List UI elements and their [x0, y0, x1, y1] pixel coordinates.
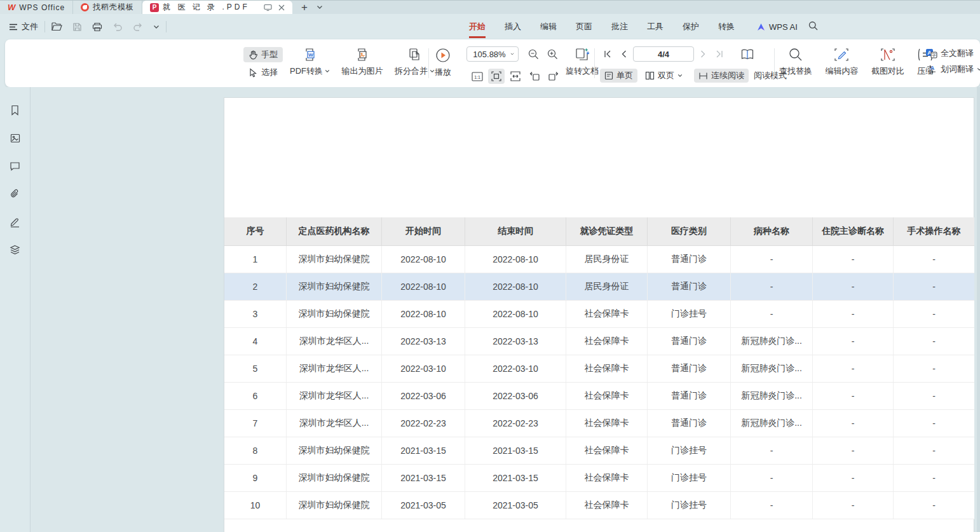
- menu-tab-protect[interactable]: 保护: [683, 21, 699, 32]
- menu-tab-page[interactable]: 页面: [576, 21, 592, 32]
- pdf-page: 序号定点医药机构名称开始时间结束时间就诊凭证类型医疗类别病种名称住院主诊断名称手…: [224, 97, 974, 532]
- full-translate-label: 全文翻译: [941, 48, 974, 59]
- table-cell: 2021-03-15: [382, 437, 465, 464]
- table-cell: -: [894, 383, 974, 409]
- table-cell: 普通门诊: [648, 410, 731, 437]
- table-row: 2深圳市妇幼保健院2022-08-102022-08-10居民身份证普通门诊--…: [224, 273, 974, 301]
- zoom-level-input[interactable]: [471, 50, 508, 59]
- first-page-icon[interactable]: [600, 46, 615, 62]
- left-sidebar: [0, 87, 31, 532]
- single-page-button[interactable]: 单页: [600, 69, 637, 83]
- print-icon[interactable]: [92, 22, 102, 32]
- tab-docer-templates[interactable]: 找稻壳模板: [73, 1, 142, 14]
- export-image-button[interactable]: 输出为图片: [341, 39, 383, 77]
- layers-icon[interactable]: [9, 243, 22, 256]
- table-cell: 2022-08-10: [465, 301, 566, 327]
- zoom-in-icon[interactable]: [544, 46, 561, 62]
- rotate-right-button[interactable]: [545, 69, 562, 84]
- table-cell: 社会保障卡: [566, 383, 648, 409]
- menu-tab-edit[interactable]: 编辑: [540, 21, 557, 32]
- menu-tab-home[interactable]: 开始: [469, 21, 486, 32]
- page-indicator-input[interactable]: [638, 50, 689, 59]
- table-cell: -: [731, 273, 813, 300]
- table-header-cell: 手术操作名称: [894, 217, 974, 245]
- last-page-icon[interactable]: [712, 46, 727, 62]
- play-button[interactable]: 播放: [435, 39, 451, 78]
- table-row: 5深圳市龙华区人...2022-03-102022-03-10社会保障卡普通门诊…: [224, 355, 974, 383]
- table-cell: 深圳市妇幼保健院: [287, 246, 382, 273]
- fit-page-button[interactable]: [488, 69, 505, 84]
- rotate-left-button[interactable]: [526, 69, 543, 84]
- fit-width-button[interactable]: [507, 69, 524, 84]
- continuous-read-button[interactable]: 连续阅读: [694, 69, 749, 83]
- table-cell: -: [813, 246, 894, 273]
- read-mode-book-icon[interactable]: [740, 46, 755, 62]
- double-page-label: 双页: [658, 70, 674, 81]
- open-file-icon[interactable]: [51, 22, 62, 31]
- menu-tab-insert[interactable]: 插入: [505, 21, 521, 32]
- table-cell: -: [813, 301, 894, 327]
- full-translate-button[interactable]: A字 全文翻译: [925, 48, 980, 59]
- next-page-icon[interactable]: [695, 46, 711, 62]
- comment-icon[interactable]: [9, 160, 22, 172]
- tab-wps-office[interactable]: W WPS Office: [0, 1, 73, 14]
- qat-chevron-icon[interactable]: [153, 25, 160, 29]
- save-icon[interactable]: [72, 22, 82, 32]
- table-cell: -: [813, 355, 894, 382]
- menu-tab-tools[interactable]: 工具: [647, 21, 664, 32]
- edit-content-button[interactable]: 编辑内容: [825, 39, 858, 77]
- table-cell: 7: [224, 410, 287, 437]
- page-indicator-box[interactable]: [633, 46, 694, 62]
- table-cell: -: [894, 301, 974, 327]
- zoom-level-box[interactable]: [466, 46, 519, 62]
- table-row: 3深圳市妇幼保健院2022-08-102022-08-10社会保障卡门诊挂号--…: [224, 301, 974, 328]
- select-tool-button[interactable]: 选择: [243, 65, 283, 80]
- pdf-convert-button[interactable]: W PDF转换: [290, 39, 330, 77]
- undo-icon[interactable]: [112, 23, 123, 31]
- menu-tab-comment[interactable]: 批注: [611, 21, 628, 32]
- tab-list-chevron-icon[interactable]: [313, 1, 327, 14]
- find-replace-label: 查找替换: [779, 65, 812, 77]
- table-cell: -: [894, 410, 974, 437]
- menu-bar: 文件 开始 插入 编辑: [0, 14, 980, 39]
- wps-ai-button[interactable]: WPS AI: [756, 22, 798, 32]
- table-cell: -: [813, 437, 894, 464]
- tab-close-icon[interactable]: [278, 4, 285, 11]
- screenshot-compare-button[interactable]: 截图对比: [871, 39, 904, 77]
- prev-page-icon[interactable]: [616, 46, 632, 62]
- table-cell: 2022-03-10: [465, 355, 566, 382]
- tab-document-pdf[interactable]: P 就 医 记 录 .PDF: [142, 1, 292, 14]
- redo-icon[interactable]: [133, 23, 143, 31]
- table-cell: -: [731, 465, 813, 491]
- table-cell: -: [813, 410, 894, 437]
- zoom-out-icon[interactable]: [525, 46, 541, 62]
- continuous-read-label: 连续阅读: [711, 70, 744, 81]
- table-cell: 深圳市妇幼保健院: [287, 273, 382, 300]
- svg-text:W: W: [308, 52, 313, 58]
- file-menu-label: 文件: [22, 21, 38, 32]
- table-cell: 普通门诊: [648, 246, 731, 273]
- hand-tool-button[interactable]: 手型: [243, 47, 283, 62]
- double-page-button[interactable]: 双页: [643, 69, 685, 83]
- bookmark-icon[interactable]: [9, 104, 22, 116]
- find-replace-button[interactable]: 查找替换: [779, 39, 812, 77]
- divider: [166, 21, 167, 32]
- table-cell: 深圳市龙华区人...: [287, 383, 382, 409]
- menu-search-icon[interactable]: [808, 21, 818, 31]
- signature-pen-icon[interactable]: [9, 215, 22, 228]
- tab-monitor-icon[interactable]: [264, 4, 272, 11]
- file-menu-button[interactable]: 文件: [9, 21, 38, 32]
- pdf-file-icon: P: [150, 3, 159, 12]
- thumbnail-icon[interactable]: [9, 132, 22, 144]
- attachment-icon[interactable]: [9, 188, 22, 200]
- table-cell: 2022-03-10: [382, 355, 465, 382]
- menu-tab-convert[interactable]: 转换: [718, 21, 735, 32]
- table-cell: 2021-03-05: [382, 492, 465, 519]
- word-translate-button[interactable]: A文 划词翻译: [925, 64, 980, 75]
- new-tab-button[interactable]: +: [292, 1, 313, 14]
- table-row: 9深圳市妇幼保健院2021-03-152021-03-15社会保障卡门诊挂号--…: [224, 465, 974, 492]
- vertical-scrollbar[interactable]: [977, 87, 980, 532]
- table-cell: 2021-03-15: [465, 465, 566, 491]
- actual-size-button[interactable]: 1:1: [469, 69, 486, 84]
- export-image-label: 输出为图片: [341, 65, 383, 77]
